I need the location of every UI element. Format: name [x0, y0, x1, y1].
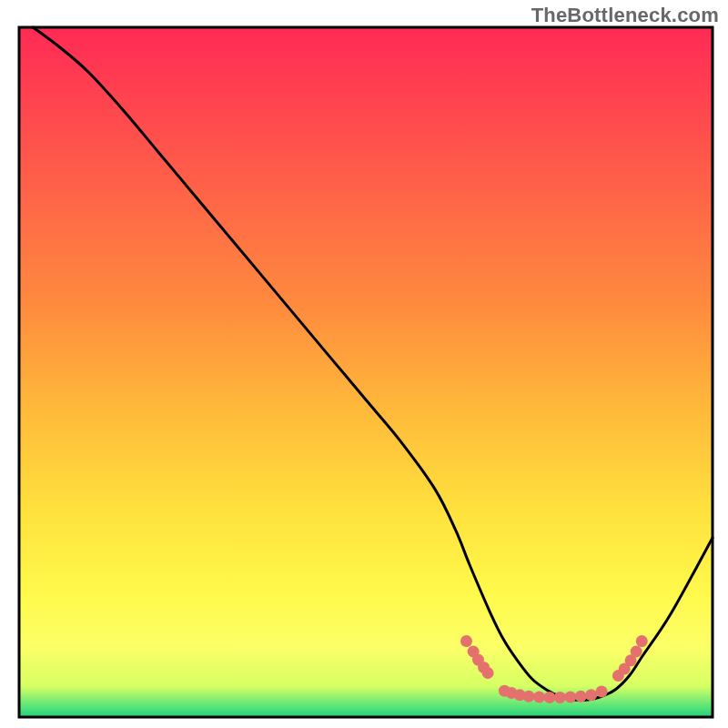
gradient-background [19, 27, 713, 717]
highlight-dot [482, 667, 494, 679]
highlight-dot [460, 635, 472, 647]
highlight-dot [543, 692, 555, 703]
highlight-dot [523, 691, 535, 703]
chart-stage: TheBottleneck.com [0, 0, 728, 728]
highlight-dot [596, 685, 608, 697]
bottleneck-chart [0, 0, 728, 728]
highlight-dot [631, 645, 642, 657]
highlight-dot [564, 692, 576, 703]
highlight-dot [585, 689, 597, 701]
highlight-dot [533, 692, 545, 703]
highlight-dot [554, 692, 566, 703]
highlight-dot [636, 635, 648, 647]
highlight-dot [575, 691, 587, 703]
